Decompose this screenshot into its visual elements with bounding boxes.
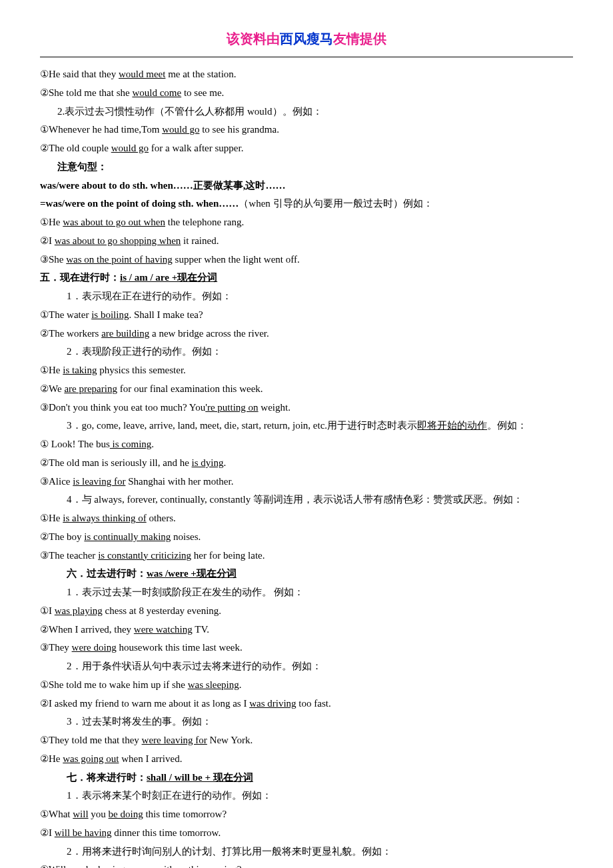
text-segment: for a walk after supper. — [149, 143, 243, 153]
text-line: 七．将来进行时：shall / will be + 现在分词 — [40, 769, 573, 787]
text-line: ①He is taking physics this semester. — [40, 361, 573, 380]
text-line: ③She was on the point of having supper w… — [40, 251, 573, 269]
text-segment: this time tomorrow? — [143, 809, 227, 819]
text-segment: a new bridge across the river. — [149, 328, 269, 339]
text-segment: are preparing — [64, 383, 117, 394]
text-segment: when I arrived. — [119, 753, 182, 764]
text-segment: ① Look! The bus — [40, 439, 110, 449]
text-segment: 七．将来进行时： — [67, 772, 147, 783]
text-segment: would come — [132, 87, 181, 98]
text-segment: were leaving for — [142, 735, 207, 745]
text-segment: was on the point of having — [66, 254, 173, 265]
text-segment: is leaving for — [73, 476, 125, 487]
text-segment: would meet — [119, 69, 165, 79]
text-segment: 。例如： — [487, 420, 527, 431]
text-segment: 3．go, come, leave, arrive, land, meet, d… — [67, 420, 417, 431]
text-line: ①Will you be having supper with us this … — [40, 861, 573, 868]
text-segment: =was/were on the point of doing sth. whe… — [40, 198, 239, 209]
text-segment: is always thinking of — [63, 513, 146, 523]
text-segment: ②I asked my friend to warn me about it a… — [40, 698, 249, 709]
text-segment: （when 引导的从句要用一般过去时）例如： — [239, 198, 432, 209]
text-line: ②The workers are building a new bridge a… — [40, 325, 573, 343]
text-segment: ①He — [40, 513, 63, 523]
text-line: 2.表示过去习惯性动作（不管什么人称都用 would）。例如： — [40, 103, 573, 121]
document-body: ①He said that they would meet me at the … — [40, 65, 573, 868]
text-segment: will — [73, 809, 88, 819]
text-line: 1．表示过去某一时刻或阶段正在发生的动作。 例如： — [40, 583, 573, 602]
text-segment: supper when the light went off. — [173, 254, 300, 265]
text-segment: ②The old man is seriously ill, and he — [40, 457, 192, 468]
text-segment: was driving — [249, 698, 296, 709]
text-segment: . Shall I make tea? — [129, 309, 203, 320]
text-line: ①He said that they would meet me at the … — [40, 65, 573, 84]
text-segment: ①I — [40, 605, 55, 616]
text-line: ②She told me that she would come to see … — [40, 84, 573, 103]
text-line: ③They were doing housework this time las… — [40, 639, 573, 657]
header-pink-1: 该资料由 — [227, 31, 280, 46]
text-segment: were watching — [134, 624, 193, 635]
text-segment: was about to go shopping when — [55, 235, 181, 246]
text-segment: is coming — [110, 439, 152, 449]
text-line: 注意句型： — [40, 158, 573, 177]
text-line: ②When I arrived, they were watching TV. — [40, 621, 573, 639]
text-segment: too fast. — [297, 698, 331, 709]
text-segment: housework this time last week. — [117, 642, 243, 653]
text-line: ① Look! The bus is coming. — [40, 435, 573, 454]
text-line: 六．过去进行时：was /were +现在分词 — [40, 565, 573, 583]
text-line: 2．表现阶段正进行的动作。例如： — [40, 343, 573, 361]
text-segment: is boiling — [91, 309, 129, 320]
text-segment: ③Don't you think you eat too much? You — [40, 402, 205, 413]
text-segment: ③She — [40, 254, 66, 265]
text-segment: was/were about to do sth. when……正要做某事,这时… — [40, 180, 286, 191]
text-segment: ②She told me that she — [40, 87, 132, 98]
text-line: ②I was about to go shopping when it rain… — [40, 232, 573, 251]
text-segment: 're putting on — [205, 402, 258, 413]
text-segment: are building — [101, 328, 149, 339]
text-line: =was/were on the point of doing sth. whe… — [40, 195, 573, 213]
text-line: ③The teacher is constantly criticizing h… — [40, 547, 573, 565]
text-segment: were doing — [72, 642, 117, 653]
text-segment: . — [224, 457, 227, 468]
text-segment: Will — [49, 864, 66, 868]
text-segment: 2．表现阶段正进行的动作。例如： — [67, 346, 222, 357]
text-line: ①They told me that they were leaving for… — [40, 731, 573, 750]
text-segment: would go — [111, 143, 149, 153]
text-segment: ①The water — [40, 309, 91, 320]
text-line: ①She told me to wake him up if she was s… — [40, 676, 573, 695]
text-segment: 注意句型： — [57, 161, 107, 172]
text-line: ①I was playing chess at 8 yesterday even… — [40, 602, 573, 621]
text-segment: ①He — [40, 365, 63, 375]
text-line: ②He was going out when I arrived. — [40, 750, 573, 769]
text-segment: chess at 8 yesterday evening. — [103, 605, 221, 616]
text-line: ②The old couple would go for a walk afte… — [40, 139, 573, 158]
text-line: ①The water is boiling. Shall I make tea? — [40, 306, 573, 325]
text-segment: supper with us this evening? — [125, 864, 242, 868]
text-segment: 1．表示过去某一时刻或阶段正在发生的动作。 例如： — [67, 587, 304, 597]
text-segment: it rained. — [181, 235, 219, 246]
text-segment: 1．表示现在正在进行的动作。例如： — [67, 291, 232, 301]
text-segment: 即将开始的动作 — [417, 420, 487, 431]
header-blue: 西风瘦马 — [280, 31, 333, 46]
text-segment: was playing — [55, 605, 103, 616]
text-segment: ②The old couple — [40, 143, 111, 153]
text-segment: ③They — [40, 642, 72, 653]
text-segment: ① — [40, 864, 49, 868]
text-segment: ①They told me that they — [40, 735, 142, 745]
text-segment: dinner this time tomorrow. — [112, 827, 221, 838]
text-segment: shall / will be + 现在分词 — [147, 772, 253, 783]
text-line: 1．表示现在正在进行的动作。例如： — [40, 287, 573, 306]
text-segment: ①He said that they — [40, 69, 119, 79]
text-line: ①What will you be doing this time tomorr… — [40, 805, 573, 824]
text-segment: Shanghai with her mother. — [125, 476, 233, 487]
header-pink-2: 友情提供 — [333, 31, 386, 46]
text-segment: is constantly criticizing — [98, 550, 191, 561]
text-segment: 2．用于条件状语从句中表示过去将来进行的动作。例如： — [67, 661, 322, 671]
text-segment: ②The workers — [40, 328, 101, 339]
page-header: 该资料由西风瘦马友情提供 — [40, 27, 573, 51]
text-segment: was /were +现在分词 — [147, 568, 237, 579]
text-segment: to see me. — [181, 87, 224, 98]
text-segment: for our final examination this week. — [117, 383, 263, 394]
text-segment: me at the station. — [165, 69, 236, 79]
text-segment: others. — [147, 513, 176, 523]
text-segment: 2.表示过去习惯性动作（不管什么人称都用 would）。例如： — [57, 106, 322, 117]
